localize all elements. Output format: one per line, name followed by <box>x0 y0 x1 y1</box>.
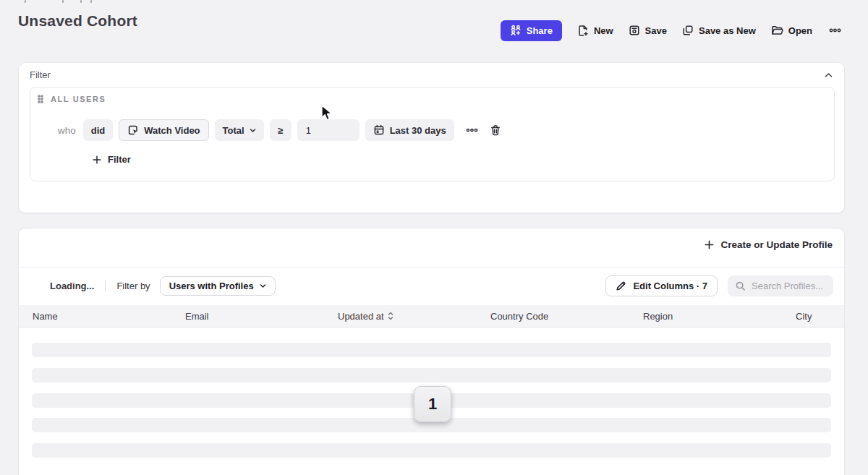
ellipsis-icon <box>466 127 478 133</box>
create-profile-label: Create or Update Profile <box>720 239 833 250</box>
create-profile-container: Create or Update Profile <box>705 239 833 250</box>
column-header-label: Country Code <box>490 311 548 322</box>
toolbar-divider <box>105 280 106 291</box>
filter-group-header: ALL USERS <box>38 95 106 103</box>
drag-handle-icon[interactable] <box>38 95 43 103</box>
event-chip-label: Watch Video <box>144 125 200 136</box>
filter-by-label: Filter by <box>116 281 150 291</box>
pencil-icon <box>616 281 626 291</box>
aggregation-chip[interactable]: Total <box>215 119 264 141</box>
loading-status: Loading... <box>50 281 94 291</box>
panel-divider <box>19 267 844 268</box>
operator-chip[interactable]: ≥ <box>270 119 292 141</box>
column-header-label: Name <box>33 311 58 322</box>
filter-panel: Filter ALL USERS who did <box>18 62 845 213</box>
did-chip[interactable]: did <box>83 119 114 141</box>
chevron-down-icon <box>250 128 256 133</box>
add-filter-container: Filter <box>93 154 131 165</box>
table-row-skeleton <box>32 443 831 458</box>
did-chip-label: did <box>91 125 106 136</box>
table-header-row: Name Email Updated at Country Code Regio… <box>19 305 844 328</box>
column-header-name[interactable]: Name <box>33 311 185 322</box>
share-users-icon <box>510 25 522 36</box>
search-profiles-box <box>728 275 833 296</box>
search-profiles-input[interactable] <box>752 281 826 291</box>
open-button[interactable]: Open <box>771 25 812 36</box>
page-title: Unsaved Cohort <box>18 12 137 30</box>
value-input[interactable] <box>297 119 359 141</box>
column-header-label: Updated at <box>338 311 384 322</box>
column-header-label: City <box>796 311 812 322</box>
profile-type-dropdown[interactable]: Users with Profiles <box>160 276 276 296</box>
edit-columns-label: Edit Columns · 7 <box>633 281 707 291</box>
ellipsis-icon <box>829 27 841 33</box>
calendar-icon <box>373 124 385 136</box>
clipped-breadcrumb <box>0 0 217 4</box>
keypress-badge: 1 <box>414 386 451 422</box>
profiles-panel: Create or Update Profile Loading... Filt… <box>18 228 845 475</box>
chevron-up-icon <box>825 72 833 78</box>
collapse-filter-button[interactable] <box>821 69 835 82</box>
share-button-label: Share <box>527 25 553 36</box>
save-button-label: Save <box>645 25 667 36</box>
column-header-label: Email <box>185 311 209 322</box>
new-button-label: New <box>594 25 613 36</box>
column-header-region[interactable]: Region <box>643 311 796 322</box>
filter-condition-row: who did Watch Video Total <box>58 119 503 141</box>
trash-icon <box>490 124 501 137</box>
new-button[interactable]: New <box>577 25 613 37</box>
save-as-new-button[interactable]: Save as New <box>682 25 756 36</box>
chevron-down-icon <box>260 283 266 288</box>
group-header-label: ALL USERS <box>51 95 106 103</box>
profiles-toolbar: Loading... Filter by Users with Profiles… <box>50 275 833 296</box>
share-button[interactable]: Share <box>501 20 562 41</box>
edit-columns-button[interactable]: Edit Columns · 7 <box>605 275 718 296</box>
cohort-builder-page: { "header": { "title": "Unsaved Cohort",… <box>0 0 868 475</box>
plus-icon <box>93 155 101 164</box>
column-header-city[interactable]: City <box>796 311 812 322</box>
column-header-label: Region <box>643 311 673 322</box>
breadcrumb-remnant <box>25 0 26 3</box>
column-header-email[interactable]: Email <box>185 311 338 322</box>
more-actions-button[interactable] <box>827 26 843 35</box>
breadcrumb-remnant <box>90 0 92 3</box>
sort-icon <box>388 312 393 320</box>
operator-chip-label: ≥ <box>278 125 283 136</box>
column-header-updated-at[interactable]: Updated at <box>338 311 490 322</box>
table-row-skeleton <box>32 368 831 382</box>
profile-type-dropdown-value: Users with Profiles <box>169 281 254 291</box>
aggregation-chip-label: Total <box>223 125 244 136</box>
delete-filter-button[interactable] <box>488 123 503 138</box>
new-file-icon <box>577 25 589 37</box>
event-click-icon <box>127 124 139 136</box>
create-profile-button[interactable]: Create or Update Profile <box>705 239 833 250</box>
breadcrumb-remnant <box>62 0 64 3</box>
table-row-skeleton <box>32 343 831 357</box>
open-button-label: Open <box>788 25 812 36</box>
breadcrumb-remnant <box>80 0 82 3</box>
filter-panel-label: Filter <box>30 69 51 80</box>
column-header-country-code[interactable]: Country Code <box>490 311 643 322</box>
add-filter-button[interactable]: Filter <box>93 154 131 165</box>
folder-icon <box>771 25 783 36</box>
save-icon <box>629 25 640 36</box>
date-range-chip[interactable]: Last 30 days <box>365 119 454 141</box>
save-button[interactable]: Save <box>629 25 667 36</box>
copy-icon <box>682 25 694 36</box>
add-filter-label: Filter <box>108 154 131 165</box>
keypress-badge-label: 1 <box>428 395 437 414</box>
event-chip[interactable]: Watch Video <box>119 119 208 141</box>
save-as-new-button-label: Save as New <box>699 25 756 36</box>
date-range-chip-label: Last 30 days <box>390 125 446 136</box>
toolbar-right-group: Edit Columns · 7 <box>605 275 833 296</box>
header-action-bar: Share New Save Save as New <box>501 20 843 41</box>
filter-group-card: ALL USERS who did Watch Video Total <box>30 87 835 181</box>
filter-row-more-button[interactable] <box>464 126 480 134</box>
who-label: who <box>58 125 76 136</box>
search-icon <box>735 281 746 291</box>
plus-icon <box>705 240 714 249</box>
